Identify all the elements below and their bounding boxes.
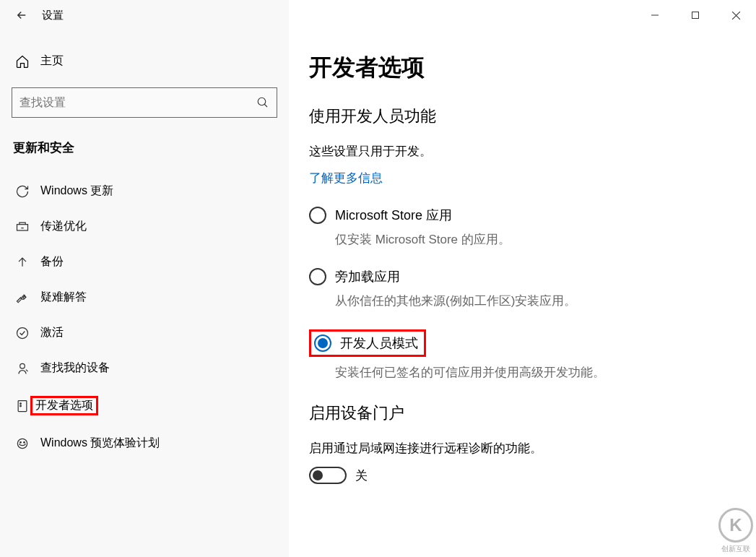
radio-icon-unchecked bbox=[309, 207, 326, 224]
sidebar-item-label: 传递优化 bbox=[40, 219, 87, 234]
radio-label: Microsoft Store 应用 bbox=[335, 207, 452, 224]
sidebar-item-label: 查找我的设备 bbox=[40, 360, 110, 376]
svg-point-10 bbox=[24, 441, 25, 443]
watermark-logo-icon: K bbox=[718, 508, 753, 543]
toggle-knob-icon bbox=[313, 470, 323, 480]
find-device-icon bbox=[14, 361, 30, 376]
sidebar-item-troubleshoot[interactable]: 疑难解答 bbox=[12, 280, 277, 315]
search-input[interactable] bbox=[19, 96, 256, 109]
radio-label: 旁加载应用 bbox=[335, 268, 400, 285]
insider-icon bbox=[14, 436, 30, 451]
developer-mode-radios: Microsoft Store 应用 仅安装 Microsoft Store 的… bbox=[309, 207, 742, 381]
sidebar-item-windows-update[interactable]: Windows 更新 bbox=[12, 173, 277, 209]
window-controls bbox=[635, 1, 756, 30]
sidebar-item-backup[interactable]: 备份 bbox=[12, 244, 277, 280]
home-icon bbox=[14, 54, 30, 69]
titlebar: 设置 bbox=[0, 0, 756, 30]
sidebar-item-label: 开发者选项 bbox=[35, 399, 93, 411]
radio-icon-checked bbox=[314, 334, 331, 352]
home-link[interactable]: 主页 bbox=[12, 45, 277, 77]
radio-item-store-apps[interactable]: Microsoft Store 应用 仅安装 Microsoft Store 的… bbox=[309, 207, 742, 248]
arrow-left-icon bbox=[15, 9, 28, 22]
sidebar-item-find-my-device[interactable]: 查找我的设备 bbox=[12, 350, 277, 386]
page-title: 开发者选项 bbox=[309, 52, 742, 84]
developer-icon bbox=[14, 399, 30, 413]
sidebar-item-delivery-optimization[interactable]: 传递优化 bbox=[12, 209, 277, 244]
section-desc: 这些设置只用于开发。 bbox=[309, 143, 742, 160]
watermark: K 创新互联 bbox=[718, 508, 753, 554]
section-desc: 启用通过局域网连接进行远程诊断的功能。 bbox=[309, 440, 742, 457]
svg-point-6 bbox=[20, 402, 22, 404]
wrench-icon bbox=[14, 290, 30, 305]
sidebar-item-label: Windows 更新 bbox=[40, 183, 113, 199]
svg-point-7 bbox=[20, 405, 22, 407]
close-icon bbox=[731, 11, 741, 20]
svg-rect-0 bbox=[692, 12, 699, 19]
section-heading: 启用设备门户 bbox=[309, 402, 742, 424]
svg-rect-5 bbox=[18, 400, 27, 411]
sidebar-item-label: 疑难解答 bbox=[40, 290, 87, 305]
svg-point-9 bbox=[20, 441, 22, 443]
learn-more-link[interactable]: 了解更多信息 bbox=[309, 170, 383, 186]
device-portal-toggle[interactable] bbox=[309, 467, 347, 484]
window-title: 设置 bbox=[42, 9, 64, 22]
svg-rect-2 bbox=[17, 224, 28, 230]
back-button[interactable] bbox=[7, 1, 36, 30]
section-heading: 使用开发人员功能 bbox=[309, 105, 742, 127]
home-label: 主页 bbox=[40, 53, 64, 69]
watermark-text: 创新互联 bbox=[721, 544, 750, 554]
maximize-button[interactable] bbox=[675, 1, 716, 30]
radio-desc: 安装任何已签名的可信应用并使用高级开发功能。 bbox=[335, 364, 742, 381]
sidebar-item-label: 备份 bbox=[40, 254, 64, 269]
radio-item-developer-mode[interactable]: 开发人员模式 安装任何已签名的可信应用并使用高级开发功能。 bbox=[309, 329, 742, 381]
sidebar-item-activation[interactable]: 激活 bbox=[12, 315, 277, 350]
minimize-button[interactable] bbox=[635, 1, 675, 30]
radio-label: 开发人员模式 bbox=[340, 334, 418, 352]
check-circle-icon bbox=[14, 326, 30, 340]
svg-point-3 bbox=[17, 327, 28, 338]
refresh-icon bbox=[14, 184, 30, 199]
radio-item-sideload[interactable]: 旁加载应用 从你信任的其他来源(例如工作区)安装应用。 bbox=[309, 268, 742, 309]
delivery-icon bbox=[14, 220, 30, 234]
search-icon bbox=[256, 96, 269, 109]
svg-point-4 bbox=[20, 363, 25, 368]
close-button[interactable] bbox=[716, 1, 756, 30]
sidebar-item-developer-options[interactable]: 开发者选项 bbox=[12, 386, 277, 426]
sidebar-item-windows-insider[interactable]: Windows 预览体验计划 bbox=[12, 426, 277, 461]
maximize-icon bbox=[691, 11, 700, 20]
main-panel: 开发者选项 使用开发人员功能 这些设置只用于开发。 了解更多信息 Microso… bbox=[289, 30, 756, 557]
search-box[interactable] bbox=[12, 87, 277, 118]
minimize-icon bbox=[651, 11, 659, 20]
radio-desc: 仅安装 Microsoft Store 的应用。 bbox=[335, 231, 742, 248]
radio-icon-unchecked bbox=[309, 268, 326, 285]
sidebar-section-title: 更新和安全 bbox=[12, 139, 277, 156]
sidebar-item-label: 激活 bbox=[40, 325, 64, 340]
radio-desc: 从你信任的其他来源(例如工作区)安装应用。 bbox=[335, 293, 742, 309]
highlight-box: 开发者选项 bbox=[30, 396, 98, 415]
sidebar: 主页 更新和安全 Windows 更新 传递优化 备份 疑难解答 激活 bbox=[0, 30, 289, 557]
backup-icon bbox=[14, 255, 30, 269]
highlight-box: 开发人员模式 bbox=[309, 329, 426, 357]
sidebar-item-label: Windows 预览体验计划 bbox=[40, 436, 160, 451]
toggle-label: 关 bbox=[355, 467, 368, 484]
svg-point-1 bbox=[258, 98, 266, 105]
